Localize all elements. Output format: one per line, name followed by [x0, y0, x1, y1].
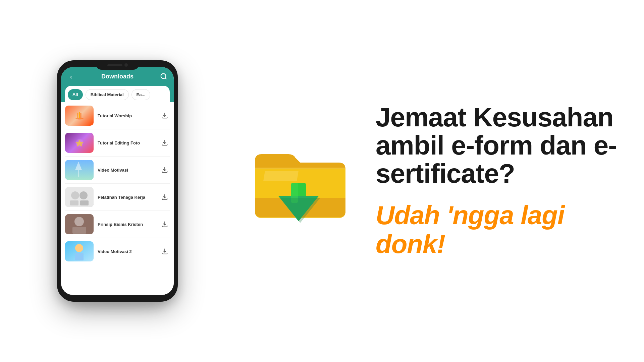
search-button[interactable] — [159, 72, 168, 81]
download-button-5[interactable] — [160, 246, 170, 256]
screen-title: Downloads — [101, 73, 133, 80]
app-header: ‹ Downloads — [61, 67, 174, 86]
item-info: Tutorial Editing Foto — [98, 140, 156, 145]
back-button[interactable]: ‹ — [66, 72, 76, 81]
svg-point-20 — [75, 244, 83, 252]
thumbnail-pelatihan — [65, 187, 94, 207]
svg-rect-4 — [79, 112, 79, 118]
svg-point-12 — [71, 191, 79, 199]
list-item: Tutorial Worship — [65, 102, 170, 129]
item-title: Tutorial Worship — [98, 113, 156, 118]
svg-rect-3 — [77, 113, 78, 118]
svg-line-1 — [165, 78, 166, 79]
svg-rect-10 — [78, 170, 79, 177]
list-item: Video Motivasi — [65, 157, 170, 184]
tabs-row: All Biblical Material Ea... — [68, 89, 167, 100]
download-button-4[interactable] — [160, 219, 170, 229]
notch-camera — [124, 63, 128, 67]
thumbnail-motivasi — [65, 160, 94, 180]
thumbnail-worship — [65, 106, 94, 126]
item-info: Tutorial Worship — [98, 113, 156, 118]
thumbnail-editing — [65, 133, 94, 153]
svg-rect-14 — [70, 200, 78, 205]
svg-rect-11 — [65, 187, 94, 207]
tab-all[interactable]: All — [68, 89, 83, 100]
svg-point-0 — [161, 74, 166, 79]
thumbnail-bisnis — [65, 214, 94, 234]
download-button-0[interactable] — [160, 111, 170, 121]
svg-point-13 — [79, 191, 88, 199]
downloads-list: Tutorial Worship — [61, 102, 174, 295]
sub-heading: Udah 'ngga lagi donk! — [376, 201, 617, 259]
phone-mockup: ‹ Downloads All Biblical Material Ea... — [57, 60, 178, 302]
item-title: Video Motivasi 2 — [98, 249, 156, 254]
item-info: Video Motivasi — [98, 168, 156, 173]
item-title: Tutorial Editing Foto — [98, 140, 156, 145]
list-item: Video Motivasi 2 — [65, 238, 170, 265]
tab-biblical[interactable]: Biblical Material — [86, 89, 129, 100]
list-item: Prinsip Bisnis Kristen — [65, 211, 170, 238]
svg-rect-15 — [80, 200, 89, 205]
main-heading: Jemaat Kesusahan ambil e-form dan e-sert… — [376, 103, 617, 188]
left-section: ‹ Downloads All Biblical Material Ea... — [0, 0, 235, 362]
folder-svg — [245, 131, 352, 231]
download-button-1[interactable] — [160, 138, 170, 148]
item-info: Video Motivasi 2 — [98, 249, 156, 254]
phone-screen: ‹ Downloads All Biblical Material Ea... — [61, 67, 174, 295]
item-title: Video Motivasi — [98, 168, 156, 173]
item-title: Pelatihan Tenaga Kerja — [98, 195, 156, 200]
download-button-2[interactable] — [160, 165, 170, 175]
svg-rect-21 — [75, 253, 84, 260]
notch-speaker — [107, 64, 122, 66]
item-info: Prinsip Bisnis Kristen — [98, 222, 156, 227]
svg-rect-18 — [72, 227, 86, 234]
center-illustration — [235, 0, 362, 362]
download-button-3[interactable] — [160, 192, 170, 202]
item-info: Pelatihan Tenaga Kerja — [98, 195, 156, 200]
phone-notch — [96, 60, 139, 70]
svg-point-17 — [74, 217, 84, 226]
list-item: Tutorial Editing Foto — [65, 129, 170, 157]
svg-rect-5 — [80, 113, 81, 118]
right-section: Jemaat Kesusahan ambil e-form dan e-sert… — [362, 0, 644, 362]
tab-extra[interactable]: Ea... — [131, 89, 151, 100]
item-title: Prinsip Bisnis Kristen — [98, 222, 156, 227]
list-item: Pelatihan Tenaga Kerja — [65, 184, 170, 211]
thumbnail-motivasi2 — [65, 241, 94, 261]
